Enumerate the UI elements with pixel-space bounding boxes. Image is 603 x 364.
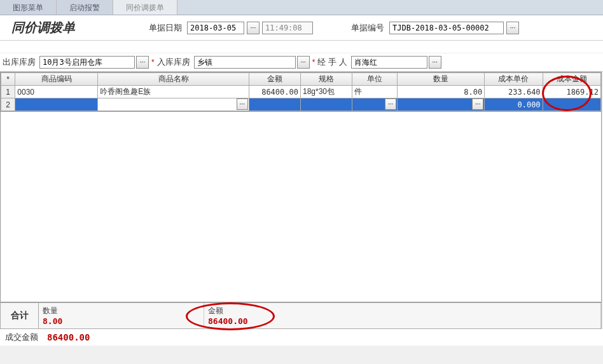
cell-amount[interactable] — [249, 98, 300, 111]
header: 同价调拨单 单据日期 ··· 单据编号 ··· — [0, 15, 603, 41]
cell-unit-picker[interactable]: ··· — [385, 98, 396, 110]
cell-code[interactable] — [15, 98, 98, 111]
page-title: 同价调拨单 — [6, 17, 85, 39]
col-star: * — [1, 73, 15, 86]
tab-alarm[interactable]: 启动报警 — [57, 0, 113, 15]
footer: 成交金额 86400.00 — [0, 329, 603, 346]
out-wh-picker[interactable]: ··· — [136, 56, 149, 69]
totals-label: 合计 — [1, 303, 39, 328]
totals-amt-value: 86400.00 — [208, 316, 597, 326]
cell-amount[interactable]: 86400.00 — [249, 86, 300, 98]
col-amount[interactable]: 金额 — [249, 73, 300, 86]
data-grid: * 商品编码 商品名称 金额 规格 单位 数量 成本单价 成本金额 1 0030… — [0, 72, 602, 112]
date-picker-button[interactable]: ··· — [247, 22, 260, 34]
cell-costamt[interactable]: 1869.12 — [543, 86, 600, 98]
row-num: 1 — [1, 86, 15, 98]
cell-code[interactable]: 0030 — [15, 86, 98, 98]
cell-name-picker[interactable]: ··· — [237, 98, 248, 110]
in-wh-picker[interactable]: ··· — [297, 56, 310, 69]
cell-spec[interactable]: 18g*30包 — [300, 86, 352, 98]
docno-input[interactable] — [389, 22, 504, 34]
col-qty[interactable]: 数量 — [398, 73, 485, 86]
cell-qty[interactable]: ··· — [398, 98, 485, 111]
out-wh-label: 出库库房 — [3, 57, 36, 68]
tab-graphic-menu[interactable]: 图形菜单 — [0, 0, 57, 15]
filter-row: 出库库房 ··· * 入库库房 ··· * 经 手 人 ··· — [0, 53, 603, 72]
handler-input[interactable] — [351, 56, 427, 69]
table-row[interactable]: 1 0030 吟香阁鱼趣E族 86400.00 18g*30包 件 8.00 2… — [1, 86, 601, 98]
docno-label: 单据编号 — [351, 22, 384, 34]
col-costamt[interactable]: 成本金额 — [543, 73, 600, 86]
cell-unit[interactable]: ··· — [352, 98, 398, 111]
totals-qty-label: 数量 — [43, 306, 200, 316]
totals-amt-label: 金额 — [208, 306, 597, 316]
required-star-2: * — [312, 58, 315, 67]
time-input — [262, 22, 313, 34]
cell-costprice[interactable]: 0.000 — [485, 98, 543, 111]
date-label: 单据日期 — [149, 22, 182, 34]
table-row[interactable]: 2 ··· ··· ··· 0.000 — [1, 98, 601, 111]
cell-costamt[interactable] — [543, 98, 600, 111]
tab-transfer[interactable]: 同价调拨单 — [113, 0, 177, 15]
col-unit[interactable]: 单位 — [352, 73, 398, 86]
required-star: * — [151, 58, 155, 67]
col-code[interactable]: 商品编码 — [15, 73, 98, 86]
col-spec[interactable]: 规格 — [300, 73, 352, 86]
in-wh-input[interactable] — [194, 56, 296, 69]
cell-spec[interactable] — [300, 98, 352, 111]
grid-empty-area — [0, 112, 602, 302]
docno-picker-button[interactable]: ··· — [506, 22, 519, 34]
out-wh-input[interactable] — [39, 56, 135, 69]
handler-label: 经 手 人 — [317, 57, 347, 68]
tab-bar: 图形菜单 启动报警 同价调拨单 — [0, 0, 603, 15]
row-num: 2 — [1, 98, 15, 111]
deal-amt-value: 86400.00 — [47, 332, 90, 342]
cell-qty[interactable]: 8.00 — [398, 86, 485, 98]
totals-bar: 合计 数量 8.00 金额 86400.00 — [0, 302, 602, 329]
col-costprice[interactable]: 成本单价 — [485, 73, 543, 86]
grid-header-row: * 商品编码 商品名称 金额 规格 单位 数量 成本单价 成本金额 — [1, 73, 601, 86]
col-name[interactable]: 商品名称 — [98, 73, 249, 86]
date-input[interactable] — [187, 22, 244, 34]
totals-qty-value: 8.00 — [43, 316, 200, 326]
deal-amt-label: 成交金额 — [5, 332, 38, 343]
handler-picker[interactable]: ··· — [429, 56, 441, 69]
cell-unit[interactable]: 件 — [352, 86, 398, 98]
cell-name[interactable]: ··· — [98, 98, 249, 111]
cell-costprice[interactable]: 233.640 — [485, 86, 543, 98]
cell-qty-picker[interactable]: ··· — [472, 98, 483, 110]
in-wh-label: 入库库房 — [157, 57, 190, 68]
cell-name[interactable]: 吟香阁鱼趣E族 — [98, 86, 249, 98]
